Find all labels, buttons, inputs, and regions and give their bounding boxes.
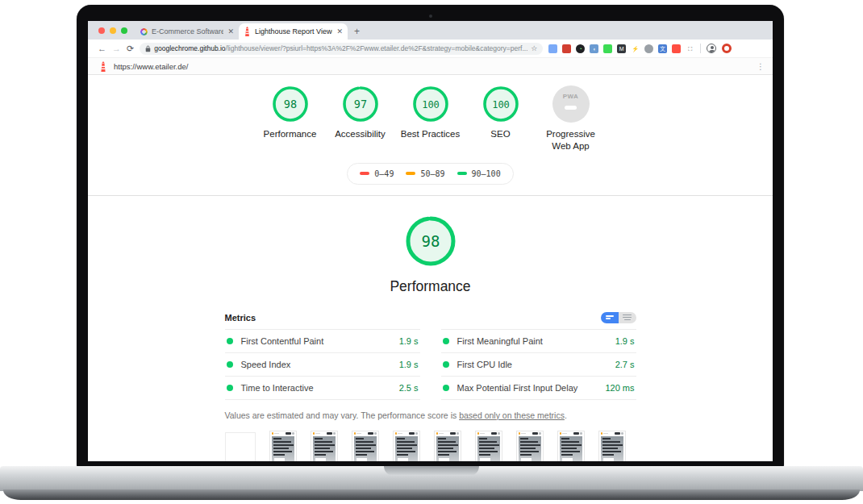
toolbar-divider bbox=[700, 44, 701, 53]
metric-value: 2.5 s bbox=[399, 383, 419, 393]
screenshot-filmstrip bbox=[225, 431, 636, 461]
tab-close-icon[interactable]: ✕ bbox=[336, 27, 343, 35]
wheel-extension-icon[interactable] bbox=[644, 44, 653, 53]
extension-icons: ◔◖M⚡文⛶ bbox=[548, 44, 694, 53]
tested-url: https://www.etailer.de/ bbox=[114, 62, 188, 71]
dark-circle-extension-icon[interactable]: ◔ bbox=[576, 44, 585, 53]
laptop-lid-notch bbox=[384, 466, 479, 476]
more-menu-icon[interactable]: ⋮ bbox=[757, 62, 765, 71]
score-performance[interactable]: 98 Performance bbox=[255, 85, 325, 140]
webcam-dot bbox=[429, 15, 432, 18]
tab-lighthouse-viewer[interactable]: Lighthouse Report Viewer ✕ bbox=[239, 23, 348, 40]
laptop-screen-bezel: E-Commerce Software und On ✕ Lighthouse … bbox=[77, 5, 784, 468]
address-bar[interactable]: googlechrome.github.io/lighthouse/viewer… bbox=[140, 43, 543, 55]
filmstrip-thumbs bbox=[269, 431, 626, 461]
metric-value: 1.9 s bbox=[399, 360, 419, 369]
blue-tag-extension-icon[interactable]: ◖ bbox=[590, 44, 598, 53]
profile-avatar-icon[interactable] bbox=[707, 44, 716, 53]
score-gauge: 98 bbox=[272, 85, 309, 123]
score-label: SEO bbox=[490, 128, 510, 140]
pages-extension-icon[interactable] bbox=[548, 44, 557, 53]
score-gauge: 100 bbox=[482, 85, 519, 123]
browser-window: E-Commerce Software und On ✕ Lighthouse … bbox=[88, 21, 773, 461]
laptop-base bbox=[0, 466, 863, 491]
pass-dot-icon bbox=[227, 338, 233, 344]
lightning-extension-icon[interactable]: ⚡ bbox=[631, 44, 640, 53]
svg-text:100: 100 bbox=[492, 99, 510, 110]
tab-title: Lighthouse Report Viewer bbox=[255, 27, 332, 35]
score-label: Accessibility bbox=[335, 128, 386, 140]
red-square-extension-icon[interactable] bbox=[562, 44, 571, 53]
metric-name: Max Potential First Input Delay bbox=[457, 383, 578, 393]
score-pwa[interactable]: PWA Progressive Web App bbox=[536, 85, 606, 152]
forward-icon[interactable]: → bbox=[112, 44, 121, 53]
legend-pass: 90–100 bbox=[457, 169, 501, 178]
tab-close-icon[interactable]: ✕ bbox=[227, 27, 234, 35]
url-text: googlechrome.github.io/lighthouse/viewer… bbox=[154, 44, 527, 52]
back-icon[interactable]: ← bbox=[98, 44, 106, 53]
blank-frame bbox=[225, 432, 256, 461]
viewer-header: https://www.etailer.de/ ⋮ bbox=[88, 58, 773, 75]
toggle-list-button[interactable] bbox=[619, 312, 636, 323]
svg-text:98: 98 bbox=[421, 232, 440, 250]
metrics-heading: Metrics bbox=[225, 313, 256, 323]
metric-row: First Contentful Paint 1.9 s bbox=[225, 329, 420, 352]
zoom-window-button[interactable] bbox=[121, 27, 127, 34]
score-gauge: 97 bbox=[342, 85, 379, 123]
pwa-na-dash bbox=[565, 106, 577, 110]
tab-ecommerce[interactable]: E-Commerce Software und On ✕ bbox=[135, 23, 239, 40]
window-controls bbox=[88, 21, 135, 40]
laptop-base-edge bbox=[3, 489, 860, 500]
lighthouse-extension-icon[interactable] bbox=[672, 44, 681, 53]
metric-row: First Meaningful Paint 1.9 s bbox=[441, 329, 636, 352]
green-square-extension-icon[interactable] bbox=[603, 44, 612, 53]
score-gauge: 100 bbox=[412, 85, 449, 123]
metric-value: 1.9 s bbox=[399, 336, 419, 346]
reload-icon[interactable]: ⟳ bbox=[127, 44, 134, 53]
metric-row: First CPU Idle 2.7 s bbox=[441, 352, 636, 376]
frame-extension-icon[interactable]: ⛶ bbox=[686, 44, 694, 53]
metrics-calc-link[interactable]: based only on these metrics bbox=[459, 410, 565, 420]
score-label: Performance bbox=[264, 128, 317, 140]
toggle-condensed-button[interactable] bbox=[601, 312, 619, 323]
m-extension-icon[interactable]: M bbox=[617, 44, 626, 53]
pass-dot-icon bbox=[443, 338, 449, 344]
colorful-ring-favicon-icon bbox=[140, 28, 148, 35]
screenshot-thumbnail bbox=[598, 431, 626, 461]
new-tab-button[interactable]: + bbox=[348, 26, 368, 40]
score-accessibility[interactable]: 97 Accessibility bbox=[325, 85, 395, 140]
minimize-window-button[interactable] bbox=[110, 27, 116, 34]
metric-row: Max Potential First Input Delay 120 ms bbox=[441, 376, 636, 400]
pass-dot-icon bbox=[443, 361, 449, 368]
screenshot-thumbnail bbox=[434, 431, 461, 461]
screenshot-thumbnail bbox=[516, 431, 544, 461]
performance-section-gauge: 98 Performance bbox=[88, 215, 773, 296]
metrics-section: Metrics First Contentful Paint bbox=[225, 312, 636, 420]
average-dash-icon bbox=[406, 172, 415, 175]
screenshot-thumbnail bbox=[352, 431, 379, 461]
lighthouse-report: 98 Performance 97 Accessibility bbox=[88, 75, 773, 461]
bookmark-star-icon[interactable]: ☆ bbox=[531, 44, 537, 52]
pwa-badge-text: PWA bbox=[552, 93, 590, 100]
close-window-button[interactable] bbox=[98, 27, 105, 34]
score-seo[interactable]: 100 SEO bbox=[465, 85, 536, 140]
screenshot-thumbnail bbox=[393, 431, 420, 461]
translate-extension-icon[interactable]: 文 bbox=[658, 44, 667, 53]
metric-value: 120 ms bbox=[605, 383, 634, 393]
metric-row: Time to Interactive 2.5 s bbox=[225, 376, 420, 400]
browser-toolbar: ← → ⟳ googlechrome.github.io/lighthouse/… bbox=[88, 40, 773, 58]
pwa-badge-icon: PWA bbox=[552, 85, 590, 123]
svg-text:97: 97 bbox=[353, 98, 366, 110]
browser-account-icon[interactable] bbox=[722, 44, 732, 53]
legend-fail: 0–49 bbox=[360, 169, 394, 178]
score-label: Best Practices bbox=[401, 128, 461, 140]
score-best-practices[interactable]: 100 Best Practices bbox=[395, 85, 465, 140]
tab-title: E-Commerce Software und On bbox=[152, 27, 223, 35]
section-divider bbox=[88, 195, 773, 196]
metric-name: First CPU Idle bbox=[457, 360, 512, 369]
pass-dot-icon bbox=[227, 385, 233, 391]
metric-name: First Contentful Paint bbox=[241, 336, 324, 346]
metric-value: 2.7 s bbox=[615, 360, 635, 369]
metric-name: Time to Interactive bbox=[241, 383, 314, 393]
category-scores-row: 98 Performance 97 Accessibility bbox=[88, 85, 773, 152]
